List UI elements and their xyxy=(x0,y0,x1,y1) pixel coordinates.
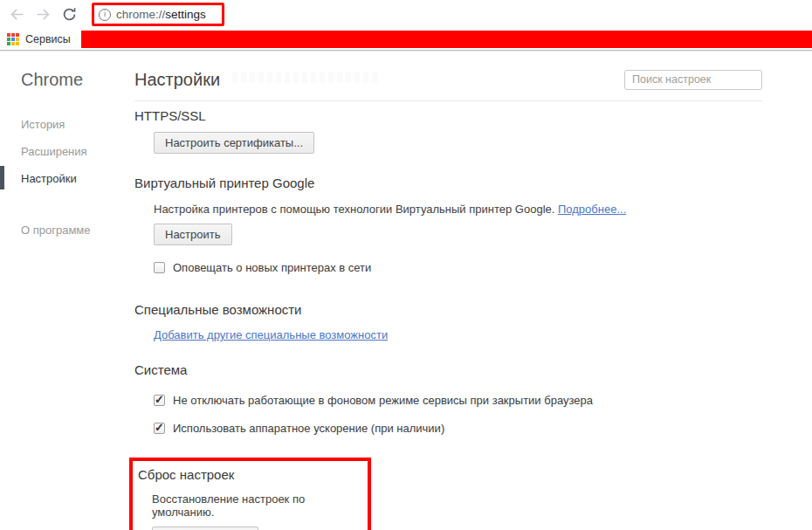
redaction-band xyxy=(81,31,812,48)
checkbox-icon[interactable] xyxy=(154,395,165,406)
sidebar-item-settings[interactable]: Настройки xyxy=(0,165,134,192)
accessibility-title: Специальные возможности xyxy=(134,302,762,317)
annotation-highlight-box: Сброс настроек Восстановление настроек п… xyxy=(129,458,371,530)
background-mode-checkbox-row[interactable]: Не отключать работающие в фоновом режиме… xyxy=(154,394,762,407)
reset-title: Сброс настроек xyxy=(138,467,368,482)
reload-button[interactable] xyxy=(58,3,80,26)
content-area: Chrome История Расширения Настройки О пр… xyxy=(0,51,812,530)
section-reset: Сброс настроек Восстановление настроек п… xyxy=(138,467,368,530)
sidebar-nav: История Расширения Настройки О программе xyxy=(0,111,134,244)
cloud-print-description-text: Настройка принтеров с помощью технологии… xyxy=(154,203,554,216)
cloud-print-title: Виртуальный принтер Google xyxy=(134,176,762,190)
sidebar-title: Chrome xyxy=(21,70,134,90)
section-system: Система Не отключать работающие в фоново… xyxy=(134,362,762,435)
forward-arrow-icon xyxy=(35,6,52,23)
url-text[interactable]: chrome://settings xyxy=(116,8,206,21)
url-scheme: chrome:// xyxy=(116,8,165,21)
sidebar-item-extensions[interactable]: Расширения xyxy=(0,138,134,165)
sidebar: Chrome История Расширения Настройки О пр… xyxy=(0,51,134,530)
hardware-acceleration-checkbox-row[interactable]: Использовать аппаратное ускорение (при н… xyxy=(154,422,762,435)
search-input[interactable] xyxy=(624,70,762,90)
system-title: Система xyxy=(134,362,762,377)
url-host: settings xyxy=(165,8,206,21)
manage-certificates-button[interactable]: Настроить сертификаты... xyxy=(154,132,314,154)
checkbox-icon[interactable] xyxy=(154,423,165,434)
page-title: Настройки xyxy=(134,70,220,90)
bookmark-folder-services[interactable]: Сервисы xyxy=(25,33,71,45)
apps-grid-icon xyxy=(7,33,19,45)
bookmarks-bar: Сервисы xyxy=(0,29,812,51)
checkbox-label: Оповещать о новых принтерах в сети xyxy=(173,261,371,274)
https-ssl-title: HTTPS/SSL xyxy=(134,108,762,123)
browser-toolbar: i chrome://settings xyxy=(0,0,812,29)
info-icon[interactable]: i xyxy=(99,9,111,21)
back-arrow-icon xyxy=(9,6,25,23)
section-cloud-print: Виртуальный принтер Google Настройка при… xyxy=(134,176,762,274)
checkbox-label: Использовать аппаратное ускорение (при н… xyxy=(173,422,444,435)
address-bar[interactable]: i chrome://settings xyxy=(92,3,224,26)
back-button[interactable] xyxy=(5,3,28,26)
cloud-print-description: Настройка принтеров с помощью технологии… xyxy=(154,203,762,216)
settings-page: Настройки HTTPS/SSL Настроить сертификат… xyxy=(134,51,762,530)
sidebar-item-about[interactable]: О программе xyxy=(0,217,134,244)
checkbox-label: Не отключать работающие в фоновом режиме… xyxy=(173,394,593,407)
notify-new-printers-checkbox-row[interactable]: Оповещать о новых принтерах в сети xyxy=(154,261,762,274)
header-divider xyxy=(134,100,762,101)
sidebar-item-history[interactable]: История xyxy=(0,111,134,138)
reload-icon xyxy=(61,6,78,23)
redacted-area xyxy=(232,72,379,83)
learn-more-link[interactable]: Подробнее... xyxy=(558,203,626,216)
set-up-printers-button[interactable]: Настроить xyxy=(154,224,232,245)
reset-description: Восстановление настроек по умолчанию. xyxy=(152,492,368,519)
checkbox-icon[interactable] xyxy=(154,262,165,273)
add-accessibility-features-link[interactable]: Добавить другие специальные возможности xyxy=(154,328,388,341)
section-accessibility: Специальные возможности Добавить другие … xyxy=(134,302,762,341)
section-https-ssl: HTTPS/SSL Настроить сертификаты... xyxy=(134,108,762,154)
forward-button[interactable] xyxy=(31,3,54,26)
browser-window: i chrome://settings Сервисы Chrome Истор… xyxy=(0,0,812,530)
reset-settings-button[interactable]: Сброс настроек xyxy=(152,527,258,530)
page-header: Настройки xyxy=(134,69,762,90)
